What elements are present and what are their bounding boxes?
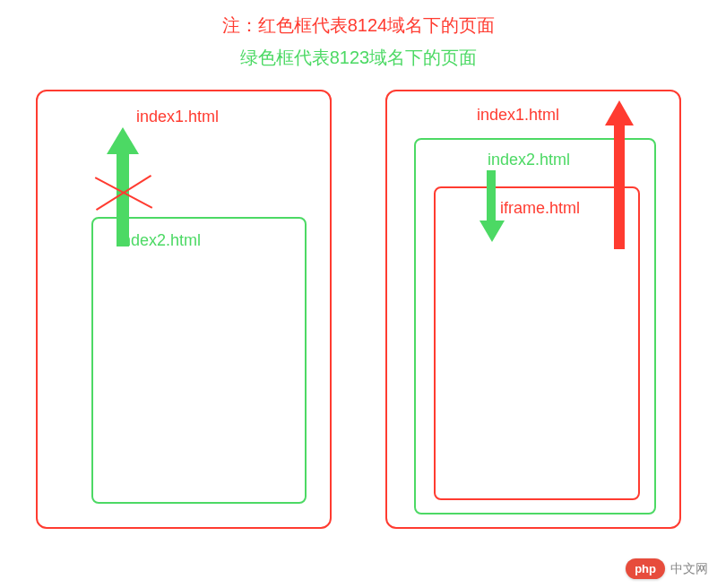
left-inner-box: index2.html xyxy=(91,217,307,504)
right-outer-label: index1.html xyxy=(477,106,559,125)
watermark: php 中文网 xyxy=(626,558,708,579)
diagram-area: index1.html index2.html index1.html inde… xyxy=(0,81,717,547)
watermark-badge: php xyxy=(626,558,665,579)
header-line-1: 注：红色框代表8124域名下的页面 xyxy=(0,9,717,41)
cross-mark-icon xyxy=(91,170,154,215)
red-up-arrow-icon xyxy=(607,100,634,248)
watermark-text: 中文网 xyxy=(670,561,708,577)
header-line-2: 绿色框代表8123域名下的页面 xyxy=(0,41,717,74)
green-down-arrow-icon xyxy=(481,170,503,242)
header: 注：红色框代表8124域名下的页面 绿色框代表8123域名下的页面 xyxy=(0,0,717,74)
left-outer-box: index1.html index2.html xyxy=(36,90,332,529)
left-outer-label: index1.html xyxy=(136,108,219,126)
right-outer-box: index1.html index2.html iframe.html xyxy=(385,90,681,529)
right-inner-label: iframe.html xyxy=(500,199,580,218)
right-mid-label: index2.html xyxy=(488,151,570,169)
